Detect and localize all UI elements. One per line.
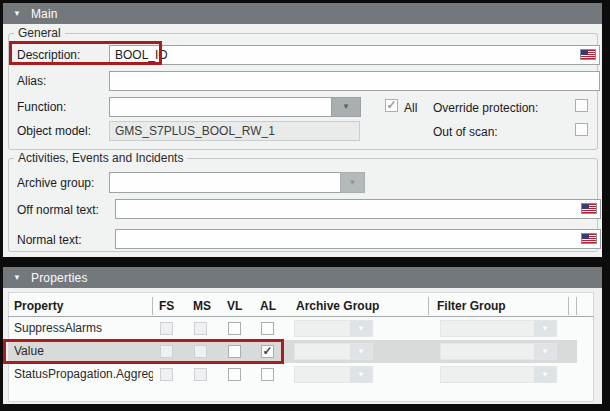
- override-protection-label: Override protection:: [433, 101, 538, 115]
- column-separator: [568, 297, 569, 315]
- object-model-label: Object model:: [17, 124, 91, 138]
- check-icon: ✓: [262, 346, 273, 357]
- filter-group-cell-combo: ▼: [440, 343, 557, 360]
- col-header-al[interactable]: AL: [260, 299, 276, 313]
- column-separator: [152, 297, 153, 315]
- dropdown-arrow-icon: ▼: [534, 344, 556, 359]
- us-flag-icon: [580, 49, 596, 60]
- header-divider: [8, 316, 594, 317]
- property-editor-window: ▼ Main General Description: Alias: Funct…: [0, 0, 610, 411]
- table-row-name[interactable]: StatusPropagation.Aggregat: [14, 367, 153, 381]
- properties-section-header[interactable]: ▼ Properties: [3, 267, 602, 288]
- main-section-header[interactable]: ▼ Main: [3, 3, 602, 24]
- dropdown-arrow-icon: ▼: [350, 321, 372, 336]
- col-header-archive-group[interactable]: Archive Group: [296, 299, 379, 313]
- archive-group-label: Archive group:: [17, 176, 94, 190]
- vl-checkbox[interactable]: [228, 345, 241, 358]
- al-checkbox[interactable]: [261, 322, 274, 335]
- off-normal-text-label: Off normal text:: [17, 203, 99, 217]
- table-row-name[interactable]: SuppressAlarms: [14, 321, 152, 335]
- alias-input[interactable]: [109, 71, 600, 91]
- all-checkbox: ✓: [385, 99, 398, 112]
- archive-group-input[interactable]: [109, 172, 341, 193]
- normal-text-input[interactable]: [115, 229, 601, 249]
- expander-down-icon: ▼: [13, 273, 21, 282]
- activities-groupbox-legend: Activities, Events and Incidents: [14, 151, 187, 165]
- ms-checkbox: [194, 368, 207, 381]
- col-header-property[interactable]: Property: [14, 299, 63, 313]
- us-flag-icon: [581, 203, 597, 214]
- fs-checkbox: [160, 368, 173, 381]
- archive-group-cell-combo: ▼: [294, 320, 373, 337]
- table-row-name[interactable]: Value: [14, 344, 152, 358]
- ms-checkbox: [194, 345, 207, 358]
- normal-text-label: Normal text:: [17, 233, 82, 247]
- function-label: Function:: [17, 100, 66, 114]
- description-input[interactable]: [109, 45, 600, 65]
- description-label: Description:: [17, 48, 80, 62]
- col-header-vl[interactable]: VL: [227, 299, 242, 313]
- us-flag-icon: [581, 233, 597, 244]
- vl-checkbox[interactable]: [228, 322, 241, 335]
- fs-checkbox: [160, 345, 173, 358]
- out-of-scan-checkbox[interactable]: [575, 123, 588, 136]
- out-of-scan-label: Out of scan:: [433, 125, 498, 139]
- filter-group-cell-combo: ▼: [440, 366, 557, 383]
- check-icon: ✓: [386, 100, 397, 111]
- column-separator: [428, 297, 429, 315]
- ms-checkbox: [194, 322, 207, 335]
- general-groupbox-legend: General: [14, 26, 65, 40]
- col-header-fs[interactable]: FS: [159, 299, 174, 313]
- all-label: All: [404, 101, 417, 115]
- dropdown-arrow-icon: ▼: [350, 344, 372, 359]
- al-checkbox[interactable]: [261, 368, 274, 381]
- function-input[interactable]: [109, 97, 332, 117]
- properties-section-title: Properties: [31, 271, 88, 285]
- col-header-ms[interactable]: MS: [193, 299, 211, 313]
- off-normal-text-input[interactable]: [115, 199, 601, 219]
- archive-group-cell-combo: ▼: [294, 343, 373, 360]
- filter-group-cell-combo: ▼: [440, 320, 557, 337]
- dropdown-arrow-icon: ▼: [342, 102, 350, 111]
- archive-group-cell-combo: ▼: [294, 366, 373, 383]
- alias-label: Alias:: [17, 74, 46, 88]
- main-section-title: Main: [31, 7, 58, 21]
- dropdown-arrow-icon: ▼: [534, 321, 556, 336]
- col-header-filter-group[interactable]: Filter Group: [437, 299, 506, 313]
- vl-checkbox[interactable]: [228, 368, 241, 381]
- expander-down-icon: ▼: [13, 9, 21, 18]
- dropdown-arrow-icon: ▼: [534, 367, 556, 382]
- column-separator: [576, 297, 577, 315]
- main-section-panel: General Description: Alias: Function: ▼ …: [3, 24, 602, 257]
- fs-checkbox: [160, 322, 173, 335]
- object-model-field: GMS_S7PLUS_BOOL_RW_1: [109, 121, 360, 141]
- archive-group-dropdown-button[interactable]: ▼: [340, 172, 365, 193]
- override-protection-checkbox[interactable]: [575, 99, 588, 112]
- dropdown-arrow-icon: ▼: [350, 367, 372, 382]
- function-dropdown-button[interactable]: ▼: [331, 97, 361, 117]
- al-checkbox[interactable]: ✓: [261, 345, 274, 358]
- dropdown-arrow-icon: ▼: [349, 178, 357, 187]
